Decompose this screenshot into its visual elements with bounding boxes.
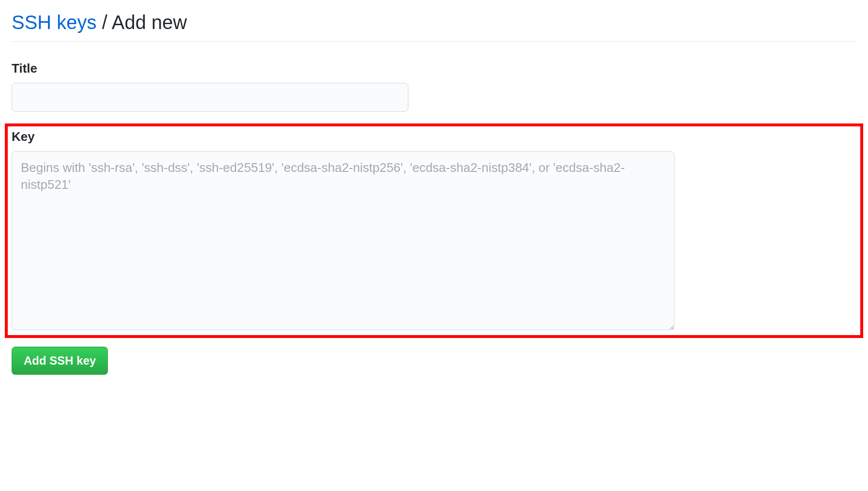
title-group: Title [12,61,856,112]
key-group: Key [12,129,856,332]
key-label: Key [12,129,856,144]
breadcrumb-separator: / [97,12,112,33]
add-ssh-key-button[interactable]: Add SSH key [12,347,108,375]
ssh-keys-link[interactable]: SSH keys [12,12,97,33]
page-header: SSH keys / Add new [12,12,856,42]
key-highlight-box: Key [5,123,863,338]
title-input[interactable] [12,83,408,112]
key-textarea[interactable] [12,151,674,330]
title-label: Title [12,61,856,76]
page-title: Add new [112,12,187,33]
